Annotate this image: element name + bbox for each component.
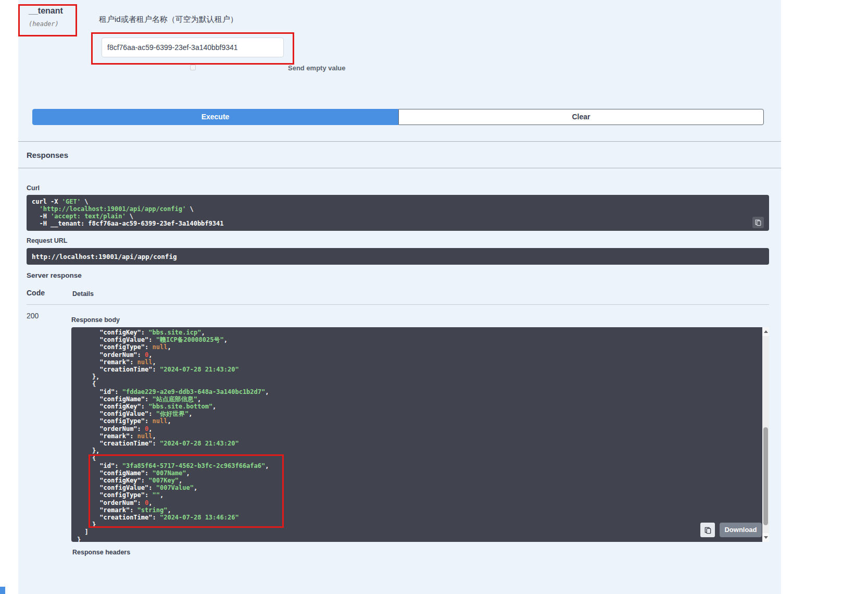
- parameter-name: __tenant: [29, 6, 63, 16]
- scrollbar-thumb[interactable]: [763, 427, 768, 525]
- tenant-input[interactable]: [102, 38, 284, 57]
- request-url-text: http://localhost:19001/api/app/config: [32, 253, 177, 261]
- clipboard-icon: [754, 219, 762, 226]
- status-code: 200: [27, 312, 39, 320]
- response-headers-label: Response headers: [72, 549, 130, 556]
- parameter-name-block: __tenant (header): [29, 6, 63, 28]
- copy-response-button[interactable]: [700, 523, 715, 537]
- divider: [18, 141, 781, 142]
- copy-curl-button[interactable]: [752, 217, 764, 228]
- divider: [18, 168, 781, 168]
- scroll-up-button[interactable]: [762, 327, 769, 336]
- arrow-down-icon: [764, 536, 768, 539]
- arrow-up-icon: [764, 330, 768, 333]
- swagger-operation-page: __tenant (header) 租户id或者租户名称（可空为默认租户） Se…: [0, 0, 868, 594]
- parameter-description: 租户id或者租户名称（可空为默认租户）: [99, 15, 238, 24]
- partial-blue-element: [0, 587, 5, 594]
- curl-command: curl -X 'GET' \ 'http://localhost:19001/…: [27, 195, 769, 231]
- details-column-header: Details: [72, 290, 94, 298]
- execute-button[interactable]: Execute: [32, 109, 398, 125]
- table-divider: [27, 304, 769, 305]
- clipboard-icon: [704, 526, 712, 534]
- request-url-value: http://localhost:19001/api/app/config: [27, 248, 769, 265]
- parameter-location: (header): [29, 20, 63, 28]
- responses-title: Responses: [27, 151, 68, 159]
- send-empty-checkbox[interactable]: [190, 65, 196, 70]
- request-url-label: Request URL: [27, 237, 67, 244]
- code-column-header: Code: [27, 289, 45, 297]
- server-response-label: Server response: [27, 271, 82, 279]
- send-empty-label: Send empty value: [288, 64, 346, 72]
- response-body-label: Response body: [71, 316, 120, 324]
- response-body: "configKey": "bbs.site.icp", "configValu…: [71, 327, 762, 542]
- scroll-down-button[interactable]: [762, 533, 769, 542]
- curl-label: Curl: [27, 184, 40, 192]
- clear-button[interactable]: Clear: [398, 109, 764, 125]
- response-body-scrollbar[interactable]: [762, 327, 769, 542]
- download-button[interactable]: Download: [720, 523, 762, 537]
